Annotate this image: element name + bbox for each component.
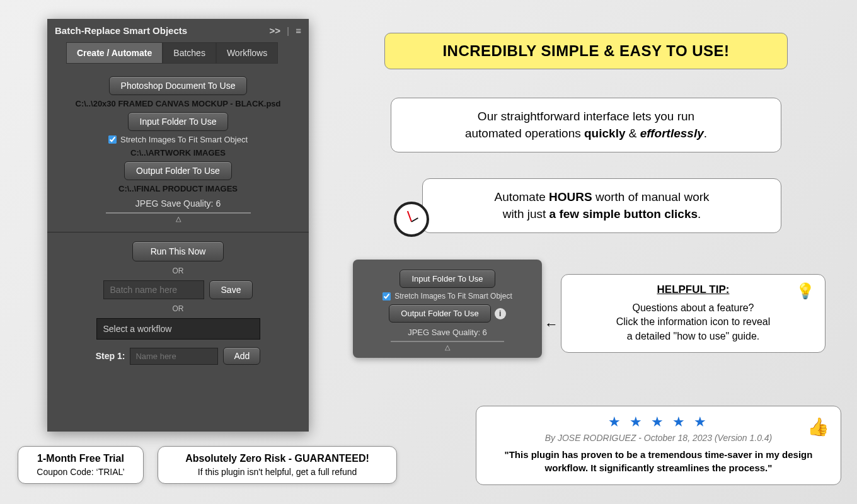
promo-card-1: Our straightforward interface lets you r… xyxy=(391,98,781,152)
risk-title: Absolutely Zero Risk - GUARANTEED! xyxy=(170,453,385,464)
mini-input-folder-button[interactable]: Input Folder To Use xyxy=(400,270,495,288)
or-separator-1: OR xyxy=(66,266,290,275)
jpeg-quality-slider[interactable] xyxy=(106,212,251,214)
mini-jpeg-label: JPEG Save Quality: 6 xyxy=(362,328,533,337)
collapse-icon[interactable]: >> xyxy=(270,25,281,36)
promo-card-2: Automate HOURS worth of manual work with… xyxy=(422,178,781,233)
lightbulb-icon: 💡 xyxy=(796,282,815,300)
risk-subtitle: If this plugin isn't helpful, get a full… xyxy=(170,467,385,477)
tab-workflows[interactable]: Workflows xyxy=(216,42,278,64)
tab-create-automate[interactable]: Create / Automate xyxy=(66,42,163,64)
plugin-panel: Batch-Replace Smart Objects >> | ≡ Creat… xyxy=(47,19,309,432)
trial-subtitle: Coupon Code: ‘TRIAL’ xyxy=(30,467,132,477)
mini-jpeg-slider[interactable] xyxy=(391,341,504,342)
headline-banner: INCREDIBLY SIMPLE & EASY TO USE! xyxy=(384,33,788,69)
arrow-icon: ← xyxy=(544,316,558,333)
risk-card: Absolutely Zero Risk - GUARANTEED! If th… xyxy=(158,446,397,484)
stretch-checkbox[interactable] xyxy=(108,135,117,144)
review-byline: By JOSE RODRIGUEZ - October 18, 2023 (Ve… xyxy=(489,433,828,443)
review-card: 👍 ★ ★ ★ ★ ★ By JOSE RODRIGUEZ - October … xyxy=(476,406,841,485)
panel-title: Batch-Replace Smart Objects xyxy=(55,25,187,36)
input-folder-button[interactable]: Input Folder To Use xyxy=(128,112,229,131)
review-quote: "This plugin has proven to be a tremendo… xyxy=(489,448,828,474)
trial-title: 1-Month Free Trial xyxy=(30,453,132,464)
step-1-label: Step 1: xyxy=(96,351,125,361)
thumbs-up-icon: 👍 xyxy=(807,416,829,437)
mini-panel-preview: Input Folder To Use Stretch Images To Fi… xyxy=(353,260,542,358)
panel-header: Batch-Replace Smart Objects >> | ≡ xyxy=(47,19,309,42)
tip-card: 💡 HELPFUL TIP: Questions about a feature… xyxy=(561,274,825,353)
review-stars: ★ ★ ★ ★ ★ xyxy=(489,414,828,430)
jpeg-quality-label: JPEG Save Quality: 6 xyxy=(66,198,290,209)
output-path: C:\..\FINAL PRODUCT IMAGES xyxy=(66,184,290,193)
step-name-input[interactable] xyxy=(130,348,218,365)
output-folder-button[interactable]: Output Folder To Use xyxy=(124,161,232,180)
menu-icon[interactable]: ≡ xyxy=(296,25,301,36)
mini-stretch-checkbox[interactable] xyxy=(382,292,391,301)
mini-output-folder-button[interactable]: Output Folder To Use xyxy=(389,304,490,323)
document-path: C:\..\20x30 FRAMED CANVAS MOCKUP - BLACK… xyxy=(66,99,290,108)
info-icon[interactable]: i xyxy=(495,308,506,319)
mini-stretch-label: Stretch Images To Fit Smart Object xyxy=(394,292,512,301)
tab-bar: Create / Automate Batches Workflows xyxy=(47,42,309,64)
photoshop-document-button[interactable]: Photoshop Document To Use xyxy=(109,76,248,95)
run-now-button[interactable]: Run This Now xyxy=(132,241,224,261)
clock-icon xyxy=(394,202,429,237)
or-separator-2: OR xyxy=(66,304,290,313)
tip-title: HELPFUL TIP: xyxy=(574,284,812,296)
input-path: C:\..\ARTWORK IMAGES xyxy=(66,148,290,158)
tab-batches[interactable]: Batches xyxy=(163,42,216,64)
workflow-select[interactable]: Select a workflow xyxy=(96,318,260,340)
save-batch-button[interactable]: Save xyxy=(209,280,253,299)
batch-name-input[interactable] xyxy=(103,280,204,299)
mini-slider-indicator-icon: △ xyxy=(362,343,533,352)
add-step-button[interactable]: Add xyxy=(223,347,260,365)
trial-card: 1-Month Free Trial Coupon Code: ‘TRIAL’ xyxy=(18,446,144,484)
slider-indicator-icon: △ xyxy=(66,215,290,223)
stretch-label: Stretch Images To Fit Smart Object xyxy=(120,135,248,144)
